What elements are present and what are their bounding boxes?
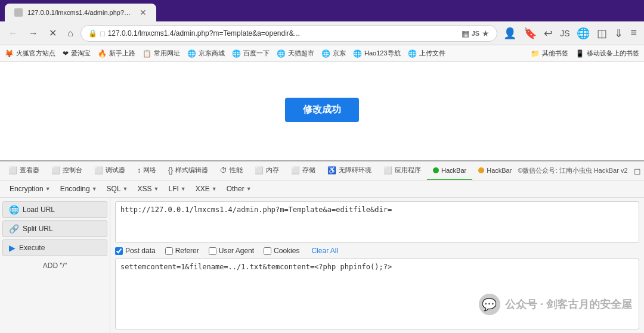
bookmark-icon-others: 📁 bbox=[531, 49, 540, 58]
address-bar: 🔒 ◻ ▦ JS ★ bbox=[80, 25, 497, 42]
bookmark-hao123[interactable]: 🌐Hao123导航 bbox=[353, 49, 401, 58]
menu-xss[interactable]: XSS ▼ bbox=[133, 183, 164, 195]
split-url-button[interactable]: 🔗 Split URL bbox=[2, 220, 107, 237]
tab-memory[interactable]: ⬜ 内存 bbox=[249, 161, 285, 180]
extensions-button[interactable]: ◫ bbox=[595, 24, 609, 42]
menu-encoding[interactable]: Encoding ▼ bbox=[55, 183, 102, 195]
tab-favicon bbox=[14, 8, 23, 17]
menu-xxe-label: XXE bbox=[196, 185, 210, 193]
tab-bar: 127.0.0.1/lmxcms1.4/admin.php?m=Template… bbox=[0, 0, 644, 21]
execute-button[interactable]: ▶ Execute bbox=[2, 239, 107, 256]
encoding-arrow-icon: ▼ bbox=[92, 186, 97, 192]
load-url-label: Load URL bbox=[23, 206, 55, 214]
menu-xxe[interactable]: XXE ▼ bbox=[191, 183, 222, 195]
hackbar-sidebar: 🌐 Load URL 🔗 Split URL ▶ Execute ADD "/" bbox=[0, 198, 110, 333]
menu-encryption[interactable]: Encryption ▼ bbox=[5, 183, 55, 195]
menu-sql[interactable]: SQL ▼ bbox=[102, 183, 133, 195]
bookmark-icon-jd: 🌐 bbox=[187, 49, 196, 58]
sync-icon[interactable]: JS bbox=[558, 26, 572, 41]
style-icon: {} bbox=[168, 166, 173, 175]
bookmark-icon-tmall: 🌐 bbox=[277, 49, 286, 58]
devtools-dock-btn[interactable]: ◻ bbox=[630, 164, 644, 178]
app-icon: ⬜ bbox=[383, 166, 392, 175]
home-button[interactable]: ⌂ bbox=[64, 26, 77, 41]
profile-button[interactable]: 👤 bbox=[501, 24, 519, 42]
tab-hackbar-green[interactable]: HackBar bbox=[427, 161, 472, 180]
tab-storage-label: 存储 bbox=[302, 166, 315, 175]
toast-message: 修改成功 bbox=[303, 104, 341, 114]
download-button[interactable]: ⇓ bbox=[612, 24, 626, 42]
bookmarks-bar: 🦊火狐官方站点 ❤爱淘宝 🔥新手上路 📋常用网址 🌐京东商城 🌐百度一下 🌐天猫… bbox=[0, 45, 644, 62]
globe-button[interactable]: 🌐 bbox=[574, 24, 592, 42]
bookmark-common[interactable]: 📋常用网址 bbox=[143, 49, 180, 58]
bookmark-button[interactable]: 🔖 bbox=[521, 24, 539, 42]
tab-inspector[interactable]: ⬜ 查看器 bbox=[2, 161, 45, 180]
bookmark-others[interactable]: 📁其他书签 bbox=[531, 49, 568, 58]
network-icon: ↕ bbox=[137, 166, 141, 175]
history-back-button[interactable]: ↩ bbox=[541, 24, 555, 42]
tab-debugger[interactable]: ⬜ 调试器 bbox=[88, 161, 131, 180]
cookies-checkbox-label[interactable]: Cookies bbox=[264, 247, 299, 255]
close-reload-button[interactable]: ✕ bbox=[45, 25, 60, 41]
bookmark-tmall[interactable]: 🌐天猫超市 bbox=[277, 49, 314, 58]
clear-all-button[interactable]: Clear All bbox=[311, 247, 338, 255]
browser-chrome: 127.0.0.1/lmxcms1.4/admin.php?m=Template… bbox=[0, 0, 644, 62]
nav-right-icons: 👤 🔖 ↩ JS 🌐 ◫ ⇓ ≡ bbox=[501, 24, 639, 42]
tab-style-editor[interactable]: {} 样式编辑器 bbox=[162, 161, 214, 180]
back-button[interactable]: ← bbox=[5, 26, 21, 41]
address-input[interactable] bbox=[108, 29, 458, 38]
bookmark-label-jd2: 京东 bbox=[333, 49, 346, 58]
tab-network[interactable]: ↕ 网络 bbox=[131, 161, 162, 180]
add-slash-button[interactable]: ADD "/" bbox=[2, 259, 107, 273]
referer-checkbox[interactable] bbox=[165, 247, 173, 255]
bookmark-icon-huhu: 🦊 bbox=[5, 49, 14, 58]
tab-storage[interactable]: ⬜ 存储 bbox=[285, 161, 321, 180]
menu-lfi[interactable]: LFI ▼ bbox=[163, 183, 190, 195]
bookmark-mobile[interactable]: 📱移动设备上的书签 bbox=[575, 49, 639, 58]
menu-other[interactable]: Other ▼ bbox=[222, 183, 256, 195]
console-icon: ⬜ bbox=[51, 166, 60, 175]
cookies-checkbox[interactable] bbox=[264, 247, 271, 255]
js-icon[interactable]: JS bbox=[472, 30, 479, 37]
tab-performance[interactable]: ⏱ 性能 bbox=[214, 161, 249, 180]
load-url-button[interactable]: 🌐 Load URL bbox=[2, 201, 107, 218]
forward-button[interactable]: → bbox=[25, 26, 42, 41]
url-input[interactable] bbox=[115, 201, 639, 243]
nav-bar: ← → ✕ ⌂ 🔒 ◻ ▦ JS ★ 👤 🔖 ↩ JS 🌐 ◫ ⇓ ≡ bbox=[0, 21, 644, 45]
devtools-tabs: ⬜ 查看器 ⬜ 控制台 ⬜ 调试器 ↕ 网络 {} 样式编辑器 ⏱ 性能 bbox=[0, 161, 644, 180]
tab-application[interactable]: ⬜ 应用程序 bbox=[377, 161, 427, 180]
tab-close-btn[interactable]: ✕ bbox=[140, 8, 147, 17]
referer-checkbox-label[interactable]: Referer bbox=[165, 247, 199, 255]
execute-play-icon: ▶ bbox=[9, 243, 16, 253]
tab-network-label: 网络 bbox=[143, 166, 156, 175]
perf-icon: ⏱ bbox=[220, 166, 227, 175]
bookmark-baidu[interactable]: 🌐百度一下 bbox=[232, 49, 270, 58]
post-data-checkbox[interactable] bbox=[115, 247, 123, 255]
tab-hackbar-orange[interactable]: HackBar bbox=[472, 161, 518, 180]
browser-tab[interactable]: 127.0.0.1/lmxcms1.4/admin.php?m=Template… bbox=[5, 4, 156, 21]
user-agent-checkbox-label[interactable]: User Agent bbox=[209, 247, 254, 255]
bookmark-label-tmall: 天猫超市 bbox=[288, 49, 314, 58]
tab-hackbar-orange-label: HackBar bbox=[487, 167, 512, 174]
bookmark-upload[interactable]: 🌐上传文件 bbox=[408, 49, 445, 58]
xss-arrow-icon: ▼ bbox=[154, 186, 159, 192]
tab-accessibility[interactable]: ♿ 无障碍环境 bbox=[321, 161, 377, 180]
tab-console[interactable]: ⬜ 控制台 bbox=[45, 161, 88, 180]
bookmark-jd2[interactable]: 🌐京东 bbox=[321, 49, 346, 58]
post-data-input[interactable] bbox=[115, 259, 639, 329]
hackbar-body: 🌐 Load URL 🔗 Split URL ▶ Execute ADD "/" bbox=[0, 198, 644, 333]
menu-button[interactable]: ≡ bbox=[628, 24, 639, 42]
user-agent-checkbox[interactable] bbox=[209, 247, 216, 255]
sql-arrow-icon: ▼ bbox=[123, 186, 128, 192]
debugger-icon: ⬜ bbox=[94, 166, 103, 175]
referer-label: Referer bbox=[175, 247, 199, 255]
bookmark-label-huhu: 火狐官方站点 bbox=[16, 49, 55, 58]
bookmark-taobao[interactable]: ❤爱淘宝 bbox=[63, 49, 91, 58]
post-data-checkbox-label[interactable]: Post data bbox=[115, 247, 156, 255]
bookmark-huhu[interactable]: 🦊火狐官方站点 bbox=[5, 49, 55, 58]
success-toast: 修改成功 bbox=[285, 98, 359, 122]
qr-icon[interactable]: ▦ bbox=[462, 29, 469, 38]
bookmark-jd[interactable]: 🌐京东商城 bbox=[187, 49, 225, 58]
star-icon[interactable]: ★ bbox=[482, 29, 490, 38]
bookmark-newhand[interactable]: 🔥新手上路 bbox=[98, 49, 135, 58]
